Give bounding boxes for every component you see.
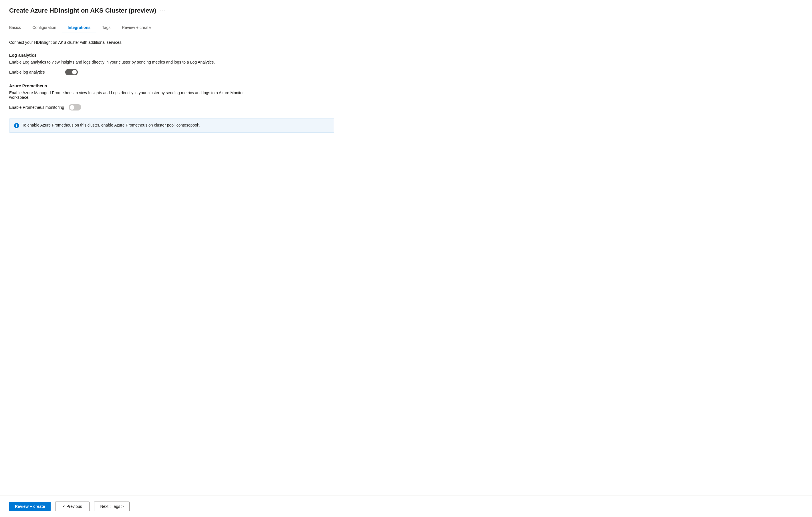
azure-prometheus-title: Azure Prometheus bbox=[9, 83, 334, 88]
more-options-icon[interactable]: ··· bbox=[160, 8, 166, 14]
tab-integrations[interactable]: Integrations bbox=[62, 22, 96, 33]
prometheus-info-text: To enable Azure Prometheus on this clust… bbox=[22, 123, 200, 127]
prometheus-toggle-label: Enable Prometheus monitoring bbox=[9, 105, 64, 110]
previous-button[interactable]: < Previous bbox=[55, 501, 89, 511]
log-analytics-section: Log analytics Enable Log analytics to vi… bbox=[9, 53, 334, 75]
page-description: Connect your HDInsight on AKS cluster wi… bbox=[9, 40, 334, 45]
tab-tags[interactable]: Tags bbox=[96, 22, 116, 33]
next-button[interactable]: Next : Tags > bbox=[94, 501, 129, 511]
tabs-nav: Basics Configuration Integrations Tags R… bbox=[9, 22, 334, 33]
log-analytics-toggle-label: Enable log analytics bbox=[9, 70, 61, 75]
prometheus-toggle[interactable] bbox=[69, 104, 81, 110]
log-analytics-title: Log analytics bbox=[9, 53, 334, 58]
prometheus-toggle-row: Enable Prometheus monitoring bbox=[9, 104, 334, 110]
azure-prometheus-section: Azure Prometheus Enable Azure Managed Pr… bbox=[9, 83, 334, 133]
log-analytics-toggle-row: Enable log analytics bbox=[9, 69, 334, 75]
review-create-button[interactable]: Review + create bbox=[9, 502, 51, 511]
log-analytics-description: Enable Log analytics to view insights an… bbox=[9, 60, 261, 64]
footer: Review + create < Previous Next : Tags > bbox=[0, 495, 812, 517]
prometheus-info-banner: i To enable Azure Prometheus on this clu… bbox=[9, 118, 334, 133]
azure-prometheus-description: Enable Azure Managed Prometheus to view … bbox=[9, 90, 261, 100]
tab-basics[interactable]: Basics bbox=[9, 22, 27, 33]
page-header: Create Azure HDInsight on AKS Cluster (p… bbox=[9, 7, 334, 14]
tab-review-create[interactable]: Review + create bbox=[116, 22, 156, 33]
page-title: Create Azure HDInsight on AKS Cluster (p… bbox=[9, 7, 156, 14]
log-analytics-toggle[interactable] bbox=[65, 69, 78, 75]
info-icon: i bbox=[14, 123, 19, 128]
tab-configuration[interactable]: Configuration bbox=[27, 22, 62, 33]
